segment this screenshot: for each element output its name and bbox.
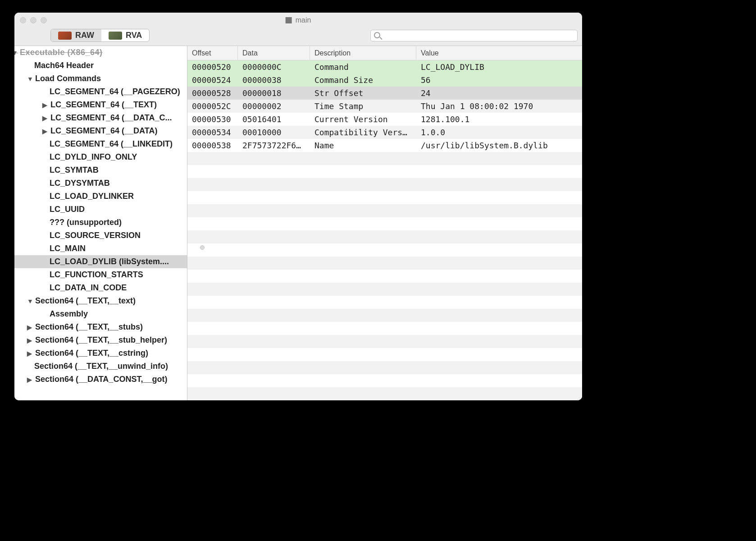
col-data[interactable]: Data (238, 46, 310, 60)
table-row-empty (187, 296, 582, 309)
chevron-right-icon[interactable]: ▶ (42, 101, 50, 109)
tree-item[interactable]: LC_SYMTAB (14, 164, 187, 177)
tree-item-label: Section64 (__TEXT,__text) (35, 296, 136, 306)
col-value[interactable]: Value (416, 46, 582, 60)
sidebar: ▼Executable (X86_64)Mach64 Header▼Load C… (14, 46, 187, 400)
tree-item-label: LC_FUNCTION_STARTS (50, 270, 143, 280)
tree-item-label: Section64 (__DATA_CONST,__got) (35, 375, 167, 384)
zoom-icon[interactable] (41, 17, 47, 23)
minimize-icon[interactable] (30, 17, 36, 23)
tree-item[interactable]: ▼Load Commands (14, 72, 187, 85)
tree-item-label: Section64 (__TEXT,__stub_helper) (35, 335, 167, 345)
cell-value: 56 (416, 75, 582, 85)
tree-item[interactable]: LC_MAIN (14, 242, 187, 255)
tree-item[interactable]: ▶Section64 (__TEXT,__cstring) (14, 347, 187, 360)
tree-item[interactable]: LC_UUID (14, 203, 187, 216)
tree-item[interactable]: LC_LOAD_DYLIB (libSystem.... (14, 255, 187, 268)
chevron-right-icon[interactable]: ▶ (42, 128, 50, 135)
table-row-empty (187, 243, 582, 257)
table-row-empty (187, 191, 582, 204)
tree-item-label: LC_SEGMENT_64 (__DATA_C... (50, 113, 172, 123)
cell-data: 00010000 (238, 128, 310, 137)
table-row-empty (187, 283, 582, 296)
table-row[interactable]: 0000052400000038Command Size56 (187, 73, 582, 87)
tree-item-label: LC_LOAD_DYLINKER (50, 192, 134, 201)
chevron-right-icon[interactable]: ▶ (27, 337, 34, 344)
cell-offset: 00000528 (187, 88, 238, 98)
raw-label: RAW (75, 31, 94, 40)
table-row-empty (187, 270, 582, 283)
tree-item[interactable]: LC_DYLD_INFO_ONLY (14, 151, 187, 164)
tree-item[interactable]: ▶LC_SEGMENT_64 (__TEXT) (14, 98, 187, 111)
cell-value: /usr/lib/libSystem.B.dylib (416, 141, 582, 150)
table-row[interactable]: 0000052800000018Str Offset24 (187, 87, 582, 100)
tree-item[interactable]: LC_SOURCE_VERSION (14, 229, 187, 242)
tree-item[interactable]: ▶Section64 (__TEXT,__stub_helper) (14, 334, 187, 347)
chevron-right-icon[interactable]: ▶ (42, 115, 50, 122)
table-row-empty (187, 309, 582, 322)
cell-offset: 00000520 (187, 62, 238, 72)
titlebar: main (14, 13, 582, 28)
cell-offset: 00000534 (187, 128, 238, 137)
search-field-wrap (370, 30, 578, 41)
content-body: ▼Executable (X86_64)Mach64 Header▼Load C… (14, 46, 582, 400)
raw-button[interactable]: RAW (51, 29, 101, 41)
tree-item-label: Load Commands (35, 74, 101, 83)
table-row[interactable]: 0000052C00000002Time StampThu Jan 1 08:0… (187, 100, 582, 113)
tree-item[interactable]: Section64 (__TEXT,__unwind_info) (14, 360, 187, 373)
cell-data: 00000038 (238, 75, 310, 85)
tree-item-label: ??? (unsupported) (50, 218, 122, 227)
col-description[interactable]: Description (310, 46, 416, 60)
tree-item[interactable]: ??? (unsupported) (14, 216, 187, 229)
tree-item-label: LC_SEGMENT_64 (__TEXT) (50, 100, 157, 110)
tree-item-label: Mach64 Header (34, 61, 94, 70)
cell-description: Command (310, 62, 416, 72)
tree-item[interactable]: LC_SEGMENT_64 (__LINKEDIT) (14, 138, 187, 151)
tree-item[interactable]: LC_LOAD_DYLINKER (14, 190, 187, 203)
cell-value: 24 (416, 88, 582, 98)
chevron-down-icon[interactable]: ▼ (27, 298, 34, 305)
tree-item[interactable]: ▼Section64 (__TEXT,__text) (14, 294, 187, 307)
table-row[interactable]: 000005200000000CCommandLC_LOAD_DYLIB (187, 60, 582, 73)
tree-item[interactable]: LC_DYSYMTAB (14, 177, 187, 190)
cell-data: 2F7573722F6C… (238, 141, 310, 150)
chevron-right-icon[interactable]: ▶ (27, 324, 34, 331)
chevron-down-icon[interactable]: ▼ (27, 75, 34, 83)
tree-item[interactable]: Mach64 Header (14, 59, 187, 72)
table-row-empty (187, 335, 582, 348)
rva-label: RVA (126, 31, 142, 40)
table-row[interactable]: 0000053005016401Current Version1281.100.… (187, 113, 582, 126)
table-row[interactable]: 0000053400010000Compatibility Version1.0… (187, 126, 582, 139)
tree-item[interactable]: ▶Section64 (__DATA_CONST,__got) (14, 373, 187, 386)
tree-item[interactable]: ▼Executable (X86_64) (14, 46, 187, 59)
chevron-down-icon[interactable]: ▼ (14, 49, 19, 56)
cell-description: Name (310, 141, 416, 150)
tree-item-label: LC_SOURCE_VERSION (50, 231, 141, 240)
tree-item[interactable]: ▶Section64 (__TEXT,__stubs) (14, 321, 187, 334)
tree-item[interactable]: ▶LC_SEGMENT_64 (__DATA) (14, 124, 187, 138)
tree-item-label: LC_SEGMENT_64 (__DATA) (50, 126, 157, 136)
close-icon[interactable] (20, 17, 26, 23)
tree-item[interactable]: LC_SEGMENT_64 (__PAGEZERO) (14, 85, 187, 98)
window-title-text: main (296, 16, 311, 24)
tree-item[interactable]: ▶LC_SEGMENT_64 (__DATA_C... (14, 111, 187, 124)
tree-item-label: LC_DYLD_INFO_ONLY (50, 152, 137, 162)
chevron-right-icon[interactable]: ▶ (27, 350, 34, 357)
tree-item[interactable]: Assembly (14, 307, 187, 321)
table-row-empty (187, 374, 582, 387)
tree-item[interactable]: LC_DATA_IN_CODE (14, 281, 187, 294)
document-icon (286, 17, 292, 23)
tree-item-label: Section64 (__TEXT,__cstring) (35, 348, 148, 358)
table-body[interactable]: 000005200000000CCommandLC_LOAD_DYLIB0000… (187, 60, 582, 400)
tree-item[interactable]: LC_FUNCTION_STARTS (14, 268, 187, 281)
tree-item-label: Assembly (50, 309, 88, 319)
structure-tree[interactable]: ▼Executable (X86_64)Mach64 Header▼Load C… (14, 46, 187, 400)
table-row[interactable]: 000005382F7573722F6C…Name/usr/lib/libSys… (187, 139, 582, 152)
chevron-right-icon[interactable]: ▶ (27, 376, 34, 383)
search-input[interactable] (370, 30, 578, 41)
splitter-handle[interactable] (200, 245, 205, 250)
cell-offset: 00000538 (187, 141, 238, 150)
cell-offset: 00000530 (187, 115, 238, 124)
rva-button[interactable]: RVA (101, 29, 149, 41)
col-offset[interactable]: Offset (187, 46, 238, 60)
